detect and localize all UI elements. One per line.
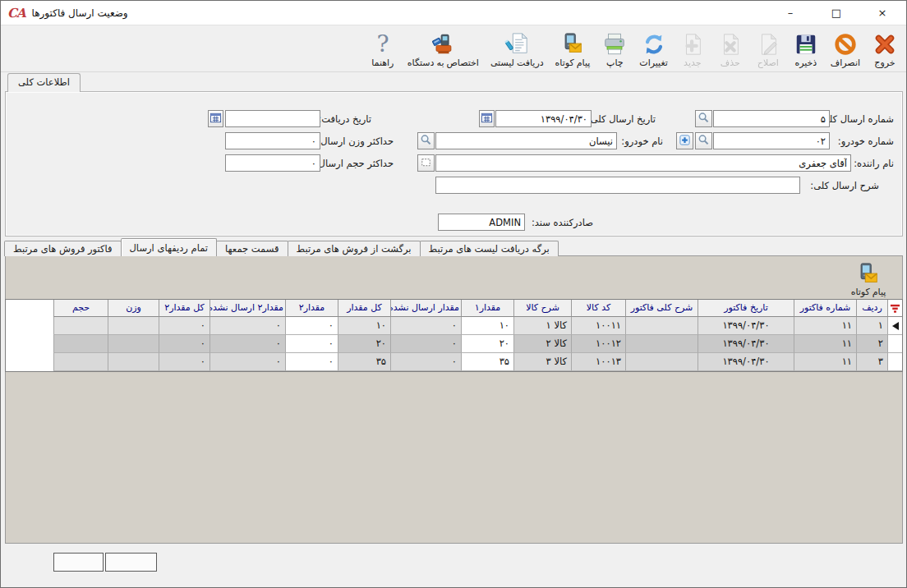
send-date-field[interactable] [495,110,592,127]
exit-icon [872,32,897,57]
grid-cell: ۰ [390,335,461,353]
grid-cell [53,317,108,335]
grid-cell: ۱۳۹۹/۰۴/۳۰ [698,317,794,335]
grid-cell: ۰ [159,335,209,353]
tab-related-sales-returns[interactable]: برگشت از فروش های مرتبط [288,241,421,256]
grid-column-header[interactable]: حجم [53,300,108,317]
send-date-calendar-button[interactable] [479,110,495,127]
grid-column-header[interactable]: ردیف [856,300,887,317]
calendar-icon [481,112,493,126]
grid-filter-icon[interactable] [887,300,902,317]
maximize-button[interactable]: □ [826,7,847,19]
receive-date-calendar-button[interactable] [208,110,223,127]
grid-column-header[interactable]: شرح کلی فاکتور [625,300,698,317]
tab-related-sales-invoices[interactable]: فاکتور فروش های مرتبط [4,241,122,256]
grid-cell: ۰ [390,353,461,371]
grid-column-header[interactable]: شرح کالا [513,300,571,317]
receive-date-label: تاریخ دریافت: [318,113,371,125]
send-number-search-button[interactable] [695,110,712,127]
vehicle-name-label: نام خودرو: [621,136,663,147]
grid-cell[interactable]: ۳۵ [461,353,513,371]
grid-cell [625,335,698,353]
tab-totals-section[interactable]: قسمت جمعها [216,241,288,256]
grid-cell: ۱۰۰۱۱ [571,317,625,335]
grid-column-header[interactable]: مقدار۲ [285,300,338,317]
send-description-label: شرح ارسال کلی: [810,180,879,191]
vehicle-name-search-button[interactable] [417,132,435,149]
toolbar-assign-device-button[interactable]: اختصاص به دستگاه [402,27,485,70]
driver-name-field[interactable] [435,154,851,172]
grid-column-header[interactable]: مقدار۲ ارسال نشده [209,300,285,317]
table-row[interactable]: ۲۱۱۱۳۹۹/۰۴/۳۰۱۰۰۱۲کالا ۲۲۰۰۲۰۰۰۰ [6,335,902,353]
issuer-field[interactable] [438,214,525,231]
grid-cell[interactable]: ۱۰ [461,317,513,335]
toolbar-edit-button: اصلاح [749,27,787,70]
grid-cell: ۰ [209,335,285,353]
sms-grid-button[interactable]: پیام کوتاه [840,259,897,298]
tab-related-receipt-lists[interactable]: برگه دریافت لیست های مرتبط [420,241,559,256]
max-volume-field[interactable] [225,154,320,172]
grid-cell[interactable]: ۰ [285,353,338,371]
grid-cell [108,317,159,335]
driver-name-label: نام راننده: [854,158,894,169]
toolbar-assign-device-label: اختصاص به دستگاه [407,57,479,68]
tab-general-info[interactable]: اطلاعات کلی [7,73,81,92]
plus-icon [679,134,691,149]
toolbar-changes-button[interactable]: تغییرات [633,27,674,70]
vehicle-number-search-button[interactable] [695,132,712,149]
grid-cell[interactable]: ۰ [285,317,338,335]
detail-panel: پیام کوتاه ردیفشماره فاکتورتاریخ فاکتورش… [5,255,903,544]
general-info-groupbox: شماره ارسال کلی: تاریخ ارسال کلی: تاریخ … [5,91,903,237]
app-window: CA وضعیت ارسال فاکتورها – □ × خروجانصراف… [0,0,907,588]
grid-column-header[interactable]: تاریخ فاکتور [698,300,794,317]
toolbar-save-label: ذخیره [794,57,817,68]
close-button[interactable]: × [872,7,893,19]
toolbar-print-button[interactable]: چاپ [596,27,633,70]
grid-column-header[interactable]: کد کالا [571,300,625,317]
receive-date-field[interactable] [225,110,320,127]
window-title: وضعیت ارسال فاکتورها [32,7,128,19]
grid-header-row: ردیفشماره فاکتورتاریخ فاکتورشرح کلی فاکت… [6,300,902,317]
toolbar-help-label: راهنما [371,57,394,68]
toolbar-delete-button: حذف [711,27,749,70]
current-row-indicator [887,317,902,335]
vehicle-number-label: شماره خودرو: [838,136,894,147]
calendar-icon [209,112,222,126]
vehicle-add-button[interactable] [676,132,693,149]
send-number-field[interactable] [713,110,830,127]
grid-cell[interactable]: ۰ [285,335,338,353]
edit-icon [756,32,780,57]
toolbar-print-label: چاپ [606,57,624,68]
toolbar-help-button[interactable]: ?راهنما [364,27,402,70]
driver-picker-button[interactable] [417,154,435,172]
table-row[interactable]: ۳۱۱۱۳۹۹/۰۴/۳۰۱۰۰۱۳کالا ۳۳۵۰۳۵۰۰۰ [6,353,902,371]
grid-cell[interactable]: ۲۰ [461,335,513,353]
vehicle-number-field[interactable] [713,132,830,149]
toolbar-sms-button[interactable]: پیام کوتاه [550,27,596,70]
minimize-button[interactable]: – [780,7,801,19]
toolbar-exit-button[interactable]: خروج [866,27,904,70]
grid-filler [6,317,53,335]
max-volume-label: حداکثر حجم ارسال: [315,158,394,169]
search-icon [698,134,710,149]
grid-cell: ۱۳۹۹/۰۴/۳۰ [698,335,794,353]
detail-tabs: فاکتور فروش های مرتبطتمام ردیفهای ارسالق… [5,238,559,256]
table-row[interactable]: ۱۱۱۱۳۹۹/۰۴/۳۰۱۰۰۱۱کالا ۱۱۰۰۱۰۰۰۰ [6,317,902,335]
toolbar-cancel-button[interactable]: انصراف [825,27,866,70]
grid-column-header[interactable]: وزن [108,300,159,317]
grid-column-header[interactable]: شماره فاکتور [794,300,856,317]
toolbar-save-button[interactable]: ذخیره [787,27,825,70]
vehicle-name-field[interactable] [435,132,617,149]
max-weight-field[interactable] [225,132,320,149]
grid-column-header[interactable]: کل مقدار۲ [159,300,209,317]
toolbar-receive-list-button[interactable]: دریافت لیستی [485,27,550,70]
grid-column-header[interactable]: مقدار ارسال نشده [390,300,461,317]
send-description-field[interactable] [435,177,800,194]
grid-column-header[interactable]: مقدار۱ [461,300,513,317]
printer-icon [602,32,627,57]
search-icon [420,134,432,149]
grid-cell: ۲۰ [338,335,390,353]
tab-all-send-rows[interactable]: تمام ردیفهای ارسال [121,238,218,256]
grid-column-header[interactable]: کل مقدار [338,300,390,317]
grid-cell: ۰ [159,317,209,335]
